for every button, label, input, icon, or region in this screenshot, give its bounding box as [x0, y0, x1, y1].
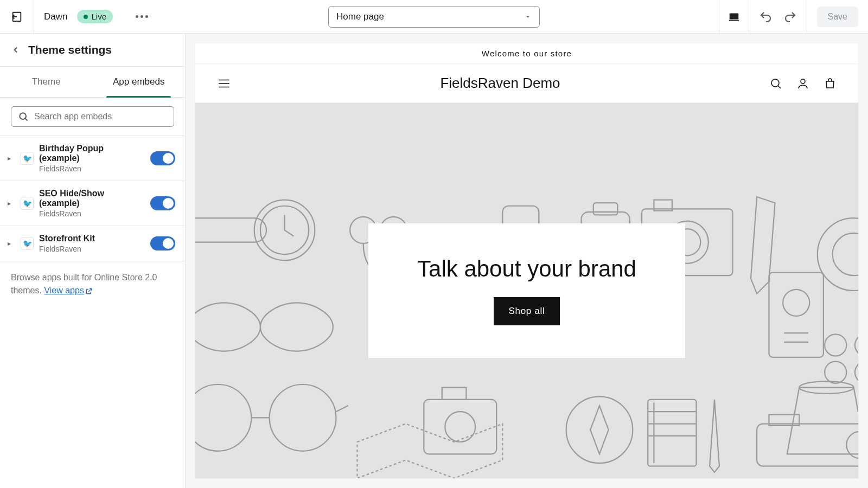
topbar-left: Dawn Live [34, 10, 148, 23]
cart-icon[interactable] [824, 77, 837, 90]
view-apps-link[interactable]: View apps [44, 286, 93, 295]
embed-text: Birthday Popup (example) FieldsRaven [39, 144, 145, 173]
hero-title: Talk about your brand [417, 256, 636, 282]
embed-text: Storefront Kit FieldsRaven [39, 234, 145, 253]
topbar-right: Save [719, 0, 868, 34]
svg-point-4 [771, 79, 779, 87]
embed-title: Storefront Kit [39, 234, 145, 243]
redo-button[interactable] [781, 7, 800, 27]
tab-theme[interactable]: Theme [0, 67, 93, 97]
svg-point-3 [20, 113, 26, 119]
search-icon [18, 111, 29, 122]
sidebar-tabs: Theme App embeds [0, 67, 185, 98]
hero-cta-button[interactable]: Shop all [494, 297, 560, 325]
embed-toggle[interactable] [150, 236, 175, 251]
page-selector[interactable]: Home page [328, 6, 540, 28]
app-icon: 🐦 [21, 152, 34, 165]
viewport-desktop-button[interactable] [719, 0, 749, 34]
page-selector-label: Home page [336, 11, 384, 22]
browse-apps-text: Browse apps built for Online Store 2.0 t… [0, 261, 185, 307]
embed-item: ▸ 🐦 Birthday Popup (example) FieldsRaven [0, 136, 185, 181]
app-icon: 🐦 [21, 237, 34, 250]
back-icon[interactable] [11, 45, 21, 55]
exit-editor-button[interactable] [0, 0, 34, 34]
header-icons [769, 77, 837, 90]
tab-app-embeds[interactable]: App embeds [93, 67, 186, 97]
undo-redo-group [749, 0, 807, 34]
embed-list: ▸ 🐦 Birthday Popup (example) FieldsRaven… [0, 136, 185, 261]
main: Theme settings Theme App embeds ▸ 🐦 Birt… [0, 34, 868, 488]
hero-banner: Talk about your brand Shop all [195, 103, 858, 478]
embed-item: ▸ 🐦 SEO Hide/Show (example) FieldsRaven [0, 181, 185, 226]
exit-icon [11, 11, 23, 23]
ellipsis-icon [136, 15, 148, 18]
hamburger-icon [217, 76, 231, 91]
sidebar-title: Theme settings [28, 43, 112, 56]
caret-down-icon [524, 13, 532, 21]
status-label: Live [91, 12, 106, 21]
theme-name: Dawn [44, 11, 67, 22]
svg-rect-1 [729, 13, 738, 19]
more-actions-button[interactable] [136, 15, 148, 18]
view-apps-label: View apps [44, 286, 84, 295]
external-link-icon [85, 287, 93, 295]
preview-area: Welcome to our store FieldsRaven Demo [186, 34, 868, 488]
undo-icon [759, 10, 772, 23]
account-icon[interactable] [796, 77, 809, 90]
preview-frame: Welcome to our store FieldsRaven Demo [195, 43, 858, 478]
expand-icon[interactable]: ▸ [8, 240, 15, 247]
embed-text: SEO Hide/Show (example) FieldsRaven [39, 189, 145, 218]
desktop-icon [728, 11, 740, 23]
search-input[interactable] [34, 112, 167, 121]
app-icon: 🐦 [21, 197, 34, 210]
menu-button[interactable] [217, 76, 231, 91]
hero-card: Talk about your brand Shop all [368, 223, 685, 358]
embed-item: ▸ 🐦 Storefront Kit FieldsRaven [0, 226, 185, 261]
announcement-bar: Welcome to our store [195, 43, 858, 64]
embed-title: SEO Hide/Show (example) [39, 189, 145, 208]
embed-provider: FieldsRaven [39, 209, 145, 218]
topbar: Dawn Live Home page Save [0, 0, 868, 34]
search-box[interactable] [11, 106, 174, 127]
redo-icon [784, 10, 797, 23]
status-dot-icon [84, 15, 88, 19]
save-button[interactable]: Save [817, 7, 858, 27]
svg-rect-2 [729, 20, 738, 21]
sidebar-header: Theme settings [0, 34, 185, 67]
expand-icon[interactable]: ▸ [8, 200, 15, 207]
svg-point-5 [801, 79, 805, 84]
undo-button[interactable] [756, 7, 775, 27]
embed-title: Birthday Popup (example) [39, 144, 145, 163]
embed-provider: FieldsRaven [39, 245, 145, 253]
store-header: FieldsRaven Demo [195, 64, 858, 103]
search-wrap [0, 98, 185, 136]
search-icon[interactable] [769, 77, 782, 90]
embed-provider: FieldsRaven [39, 164, 145, 173]
expand-icon[interactable]: ▸ [8, 155, 15, 162]
status-badge: Live [77, 10, 113, 23]
sidebar: Theme settings Theme App embeds ▸ 🐦 Birt… [0, 34, 186, 488]
store-name: FieldsRaven Demo [440, 75, 560, 92]
embed-toggle[interactable] [150, 151, 175, 165]
embed-toggle[interactable] [150, 196, 175, 210]
